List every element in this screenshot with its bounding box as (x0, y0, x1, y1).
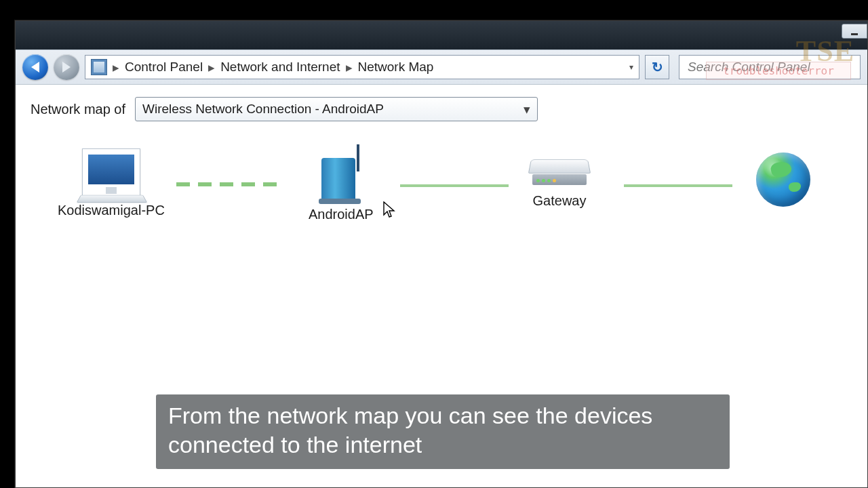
breadcrumb-root[interactable]: Control Panel (125, 60, 203, 75)
content-area: Network map of Wireless Network Connecti… (16, 85, 867, 283)
watermark-text: troubleshooterror (706, 62, 851, 80)
cursor-icon (383, 201, 395, 219)
link-wireless (176, 182, 277, 186)
internet-icon (756, 152, 810, 207)
breadcrumb[interactable]: ▸ Control Panel ▸ Network and Internet ▸… (85, 55, 639, 79)
gateway-icon (526, 152, 593, 188)
link-wired (400, 184, 509, 187)
connection-dropdown[interactable]: Wireless Network Connection - AndroidAP … (135, 97, 538, 121)
chevron-right-icon: ▸ (111, 60, 121, 75)
router-icon (317, 148, 365, 201)
refresh-button[interactable]: ↻ (645, 55, 669, 79)
node-label: AndroidAP (309, 207, 374, 222)
control-panel-icon (91, 59, 107, 75)
back-button[interactable] (22, 54, 48, 80)
network-map-of-label: Network map of (31, 102, 125, 117)
subtitle-caption: From the network map you can see the dev… (156, 394, 730, 469)
computer-icon (82, 148, 140, 197)
node-access-point[interactable]: AndroidAP (309, 148, 374, 222)
node-this-pc[interactable]: Kodiswamigal-PC (58, 148, 165, 218)
node-gateway[interactable]: Gateway (526, 152, 593, 209)
chevron-right-icon: ▸ (344, 60, 354, 75)
node-label: Gateway (526, 193, 593, 209)
breadcrumb-leaf[interactable]: Network Map (358, 60, 434, 75)
forward-button[interactable] (54, 54, 79, 80)
network-map: Kodiswamigal-PC AndroidAP Gatewa (31, 148, 852, 270)
link-wired (624, 184, 732, 187)
node-label: Kodiswamigal-PC (58, 203, 165, 218)
breadcrumb-mid[interactable]: Network and Internet (220, 60, 340, 75)
chevron-down-icon: ▾ (524, 102, 530, 117)
address-dropdown-icon[interactable]: ▾ (629, 62, 633, 72)
connection-dropdown-value: Wireless Network Connection - AndroidAP (142, 102, 384, 117)
node-internet[interactable] (756, 152, 810, 212)
chevron-right-icon: ▸ (207, 60, 216, 75)
titlebar (16, 21, 867, 49)
minimize-button[interactable] (842, 24, 867, 39)
